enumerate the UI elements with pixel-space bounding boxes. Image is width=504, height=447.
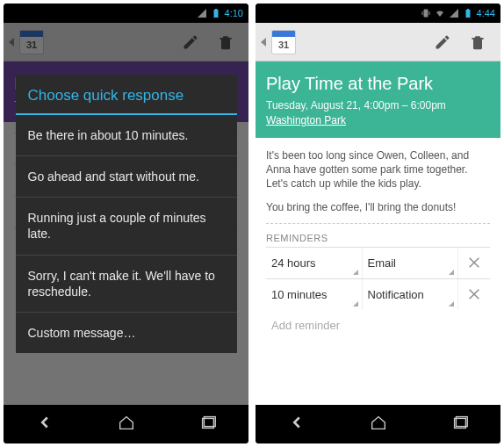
dialog-title: Choose quick response xyxy=(16,75,237,115)
reminder-method-spinner[interactable]: Notification xyxy=(363,279,459,310)
nav-home-button[interactable] xyxy=(369,413,388,436)
event-location-link[interactable]: Washington Park xyxy=(266,114,346,126)
event-title: Play Time at the Park xyxy=(266,74,490,94)
nav-back-icon xyxy=(35,413,54,432)
edit-button[interactable] xyxy=(425,25,460,60)
pencil-icon xyxy=(434,33,451,51)
reminder-time-spinner[interactable]: 10 minutes xyxy=(266,279,363,310)
event-description: It's been too long since Owen, Colleen, … xyxy=(266,148,490,191)
nav-bar xyxy=(256,405,500,443)
back-chevron-icon xyxy=(261,38,266,47)
close-icon xyxy=(467,256,481,270)
battery-icon xyxy=(211,8,221,18)
vibrate-icon xyxy=(421,8,431,18)
dialog-item[interactable]: Go ahead and start without me. xyxy=(16,156,237,198)
nav-back-button[interactable] xyxy=(287,413,306,436)
nav-bar xyxy=(4,405,248,443)
nav-home-icon xyxy=(369,413,388,432)
trash-icon xyxy=(469,33,486,51)
event-description: You bring the coffee, I'll bring the don… xyxy=(266,200,490,214)
add-reminder-button[interactable]: Add reminder xyxy=(266,310,490,341)
reminder-time-spinner[interactable]: 24 hours xyxy=(266,248,363,278)
phone-left: 4:10 31 Movie night Today, 4:00pm – 6:00… xyxy=(4,4,248,443)
status-time: 4:10 xyxy=(225,8,243,18)
reminder-remove-button[interactable] xyxy=(458,287,490,301)
event-subtitle: Tuesday, August 21, 4:00pm – 6:00pm xyxy=(266,99,490,112)
reminder-row: 10 minutes Notification xyxy=(266,278,490,310)
battery-icon xyxy=(463,8,473,18)
reminder-row: 24 hours Email xyxy=(266,247,490,278)
modal-overlay[interactable]: Choose quick response Be there in about … xyxy=(4,23,248,405)
close-icon xyxy=(467,287,481,301)
actionbar-up[interactable]: 31 xyxy=(261,30,296,54)
calendar-app-icon: 31 xyxy=(271,30,296,54)
event-body: It's been too long since Owen, Colleen, … xyxy=(256,138,500,405)
nav-back-button[interactable] xyxy=(35,413,54,436)
event-header: Play Time at the Park Tuesday, August 21… xyxy=(256,61,500,138)
action-bar: 31 xyxy=(256,23,500,61)
quick-response-dialog: Choose quick response Be there in about … xyxy=(16,75,237,353)
nav-back-icon xyxy=(287,413,306,432)
reminder-method-spinner[interactable]: Email xyxy=(363,248,459,278)
nav-home-icon xyxy=(117,413,136,432)
divider xyxy=(266,223,490,224)
dialog-item[interactable]: Sorry, I can't make it. We'll have to re… xyxy=(16,256,237,313)
nav-recent-icon xyxy=(450,413,470,432)
phone-right: 4:44 31 Play Time at the Park Tuesday, A… xyxy=(256,4,500,443)
reminder-remove-button[interactable] xyxy=(458,256,490,270)
status-bar: 4:44 xyxy=(256,4,500,23)
signal-icon xyxy=(449,8,459,18)
wifi-icon xyxy=(435,8,445,18)
signal-icon xyxy=(197,8,207,18)
dialog-item[interactable]: Custom message… xyxy=(16,313,237,353)
dialog-item[interactable]: Running just a couple of minutes late. xyxy=(16,198,237,255)
status-bar: 4:10 xyxy=(4,4,248,23)
nav-recent-button[interactable] xyxy=(198,413,218,436)
dialog-item[interactable]: Be there in about 10 minutes. xyxy=(16,115,237,156)
nav-recent-icon xyxy=(198,413,218,432)
nav-recent-button[interactable] xyxy=(450,413,470,436)
reminders-label: REMINDERS xyxy=(266,233,490,243)
nav-home-button[interactable] xyxy=(117,413,136,436)
delete-button[interactable] xyxy=(460,25,495,60)
status-time: 4:44 xyxy=(477,8,495,18)
